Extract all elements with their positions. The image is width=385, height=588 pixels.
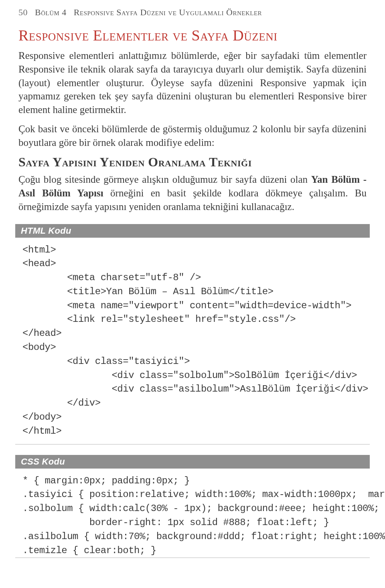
code-block-content: * { margin:0px; padding:0px; } .tasiyici… — [15, 469, 370, 558]
body-paragraph: Çoğu blog sitesinde görmeye alışkın oldu… — [18, 173, 367, 213]
css-code-block: CSS Kodu * { margin:0px; padding:0px; } … — [15, 455, 370, 558]
chapter-number: Bölüm 4 — [35, 7, 67, 18]
running-header: 50 Bölüm 4 Responsive Sayfa Düzeni ve Uy… — [18, 7, 367, 18]
body-paragraph: Çok basit ve önceki bölümlerde de göster… — [18, 122, 367, 150]
html-code-block: HTML Kodu <html> <head> <meta charset="u… — [15, 224, 370, 445]
body-text: Çoğu blog sitesinde görmeye alışkın oldu… — [18, 174, 311, 185]
code-block-content: <html> <head> <meta charset="utf-8" /> <… — [15, 238, 370, 445]
subsection-heading: Sayfa Yapisini Yeniden Oranlama Tekniği — [18, 155, 367, 170]
code-block-label: HTML Kodu — [15, 224, 370, 238]
section-heading: Responsive Elementler ve Sayfa Düzeni — [18, 26, 367, 44]
code-text: * { margin:0px; padding:0px; } .tasiyici… — [22, 474, 363, 558]
code-text: <html> <head> <meta charset="utf-8" /> <… — [22, 243, 363, 438]
chapter-title: Responsive Sayfa Düzeni ve Uygulamali Ör… — [74, 7, 262, 18]
page-number: 50 — [18, 7, 28, 18]
page: 50 Bölüm 4 Responsive Sayfa Düzeni ve Uy… — [0, 0, 385, 566]
body-paragraph: Responsive elementleri anlattığımız bölü… — [18, 49, 367, 117]
code-block-label: CSS Kodu — [15, 455, 370, 469]
